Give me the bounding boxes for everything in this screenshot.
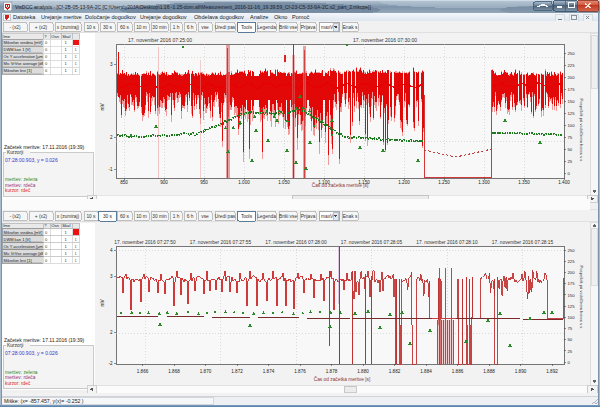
svg-text:x (zumiraj): x (zumiraj) xyxy=(57,25,80,30)
svg-text:900: 900 xyxy=(160,180,168,185)
svg-text:Tools: Tools xyxy=(241,214,253,219)
svg-text:meritev: zelena: meritev: zelena xyxy=(5,370,38,375)
svg-text:+ (x2): + (x2) xyxy=(35,214,48,219)
svg-text:1.866: 1.866 xyxy=(137,369,149,374)
svg-text:Os Y acceleration [µm]: Os Y acceleration [µm] xyxy=(4,54,44,59)
svg-text:17. november 2016 07:28:15: 17. november 2016 07:28:15 xyxy=(492,240,554,245)
svg-text:07:28:00.903, y = 0.026: 07:28:00.903, y = 0.026 xyxy=(5,157,58,163)
svg-text:Pospešek pri vzdolžnem koncu v: Pospešek pri vzdolžnem koncu v s xyxy=(579,99,584,162)
svg-text:30 s: 30 s xyxy=(103,214,113,219)
svg-text:1 h: 1 h xyxy=(173,25,180,30)
svg-text:Pomoč: Pomoč xyxy=(292,14,310,20)
svg-text:meritev: rdeča: meritev: rdeča xyxy=(5,183,36,188)
svg-text:Legenda: Legenda xyxy=(257,25,276,30)
svg-text:1.000: 1.000 xyxy=(238,180,250,185)
svg-text:50: 50 xyxy=(568,147,573,152)
svg-text:10 s: 10 s xyxy=(86,214,96,219)
svg-text:Mic VrVse average [dB]: Mic VrVse average [dB] xyxy=(4,251,46,256)
svg-text:Ime: Ime xyxy=(3,34,11,39)
svg-text:Skal: Skal xyxy=(62,34,70,39)
svg-text:6 h: 6 h xyxy=(187,25,194,30)
svg-text:1.400: 1.400 xyxy=(558,180,570,185)
svg-text:Ime: Ime xyxy=(3,223,11,228)
svg-text:75: 75 xyxy=(568,135,573,140)
svg-text:Čas od začetka meritve [s]: Čas od začetka meritve [s] xyxy=(312,182,369,188)
svg-text:1.872: 1.872 xyxy=(231,369,243,374)
svg-text:Enak s: Enak s xyxy=(343,25,358,30)
svg-text:150: 150 xyxy=(568,293,576,298)
svg-text:1.892: 1.892 xyxy=(546,369,558,374)
svg-text:10 s: 10 s xyxy=(86,25,96,30)
svg-text:VisDCC analysis - [Cf-2B-05-13: VisDCC analysis - [Cf-2B-05-13-9A-2C [C:… xyxy=(15,4,371,10)
svg-text:17. november 2016 07:28:10: 17. november 2016 07:28:10 xyxy=(416,240,478,245)
svg-text:1.884: 1.884 xyxy=(420,369,432,374)
svg-text:- (x2): - (x2) xyxy=(9,25,21,30)
svg-text:850: 850 xyxy=(120,180,128,185)
svg-text:1.200: 1.200 xyxy=(398,180,410,185)
svg-text:Kurzorji: Kurzorji xyxy=(7,150,23,155)
svg-text:meritev: zelena: meritev: zelena xyxy=(5,177,38,182)
svg-text:250: 250 xyxy=(568,248,576,253)
svg-text:Mikrofon levi [1]: Mikrofon levi [1] xyxy=(4,68,32,73)
svg-text:17. november 2016 07:27:55: 17. november 2016 07:27:55 xyxy=(190,240,252,245)
svg-text:1.888: 1.888 xyxy=(483,369,495,374)
svg-text:1.876: 1.876 xyxy=(294,369,306,374)
svg-text:30 min: 30 min xyxy=(152,25,167,30)
svg-text:100: 100 xyxy=(568,123,576,128)
svg-text:225: 225 xyxy=(568,259,576,264)
svg-text:Miške: (x= -857.457, y(x)= -0.: Miške: (x= -857.457, y(x)= -0.252 ) xyxy=(4,398,84,404)
svg-text:Legenda: Legenda xyxy=(257,214,276,219)
svg-text:maxV: maxV xyxy=(321,25,334,30)
svg-text:1.874: 1.874 xyxy=(263,369,275,374)
svg-text:60 s: 60 s xyxy=(120,214,130,219)
svg-text:1.880: 1.880 xyxy=(357,369,369,374)
svg-text:Briši vse: Briši vse xyxy=(279,25,297,30)
svg-text:meritev: rdeča: meritev: rdeča xyxy=(5,375,36,380)
svg-text:125: 125 xyxy=(568,304,576,309)
svg-text:10 m: 10 m xyxy=(136,25,147,30)
svg-text:1.350: 1.350 xyxy=(518,180,530,185)
svg-text:maxV: maxV xyxy=(321,214,334,219)
svg-text:1.886: 1.886 xyxy=(452,369,464,374)
svg-text:17. november 2016 07:30:00: 17. november 2016 07:30:00 xyxy=(353,37,417,43)
svg-text:1.890: 1.890 xyxy=(515,369,527,374)
svg-text:2: 2 xyxy=(110,135,113,140)
svg-text:75: 75 xyxy=(568,326,573,331)
svg-text:175: 175 xyxy=(568,87,576,92)
svg-text:kurzor: rdeč: kurzor: rdeč xyxy=(5,381,31,386)
svg-text:Urejanje dogodkov: Urejanje dogodkov xyxy=(140,14,187,20)
svg-text:- (x2): - (x2) xyxy=(9,214,21,219)
svg-text:Mikrofon sredina [mV]: Mikrofon sredina [mV] xyxy=(4,230,43,235)
svg-text:Os Y acceleration [µm]: Os Y acceleration [µm] xyxy=(4,244,44,249)
svg-text:1.870: 1.870 xyxy=(200,369,212,374)
svg-text:07:28:00.903, y = 0.026: 07:28:00.903, y = 0.026 xyxy=(5,350,58,356)
svg-text:1.868: 1.868 xyxy=(168,369,180,374)
svg-text:x (zumiraj): x (zumiraj) xyxy=(57,214,80,219)
svg-text:10 m: 10 m xyxy=(136,214,147,219)
svg-text:225: 225 xyxy=(568,63,576,68)
svg-text:25: 25 xyxy=(568,349,573,354)
svg-text:17. november 2016 07:25:00: 17. november 2016 07:25:00 xyxy=(128,37,192,43)
svg-text:-1: -1 xyxy=(108,167,113,172)
svg-text:Pospešek pri vzdolžnem koncu v: Pospešek pri vzdolžnem koncu v s xyxy=(579,266,584,329)
svg-text:1.250: 1.250 xyxy=(438,180,450,185)
svg-text:Mikrofon sredina [mV]: Mikrofon sredina [mV] xyxy=(4,40,43,45)
svg-text:1 h: 1 h xyxy=(173,214,180,219)
svg-text:3: 3 xyxy=(110,62,113,67)
svg-text:Tools: Tools xyxy=(241,25,253,30)
svg-text:DWM kan 1 [V]: DWM kan 1 [V] xyxy=(4,47,31,52)
svg-text:Skal: Skal xyxy=(62,223,70,228)
svg-text:250: 250 xyxy=(568,51,576,56)
svg-text:1.878: 1.878 xyxy=(326,369,338,374)
svg-text:6 h: 6 h xyxy=(187,214,194,219)
svg-text:2: 2 xyxy=(110,330,113,335)
svg-text:kurzor: rdeč: kurzor: rdeč xyxy=(5,188,31,193)
svg-text:50: 50 xyxy=(568,337,573,342)
svg-text:175: 175 xyxy=(568,281,576,286)
svg-text:vse: vse xyxy=(201,25,209,30)
svg-text:mV: mV xyxy=(100,299,105,307)
svg-text:mV: mV xyxy=(100,103,105,111)
svg-text:Obdelava dogodkov: Obdelava dogodkov xyxy=(194,14,244,20)
svg-text:Uredi pas: Uredi pas xyxy=(215,214,236,219)
svg-text:Okno: Okno xyxy=(274,14,287,20)
